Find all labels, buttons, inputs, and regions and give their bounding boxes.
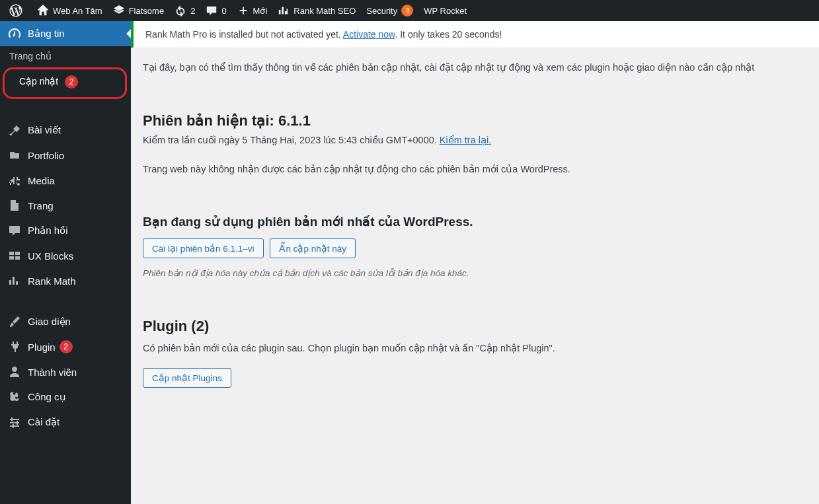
refresh-icon: [175, 5, 186, 17]
separator: [0, 102, 131, 118]
posts-label: Bài viết: [28, 124, 61, 136]
rankmath-label: Rank Math SEO: [293, 6, 356, 16]
main-content: Rank Math Pro is installed but not activ…: [131, 21, 819, 414]
plugins-badge: 2: [59, 340, 73, 353]
last-checked: Kiểm tra lần cuối ngày 5 Tháng Hai, 2023…: [143, 135, 807, 145]
separator: [0, 293, 131, 309]
sidebar-item-plugins[interactable]: Plugin 2: [0, 334, 131, 359]
locale-note: Phiên bản nội địa hóa này chứa cả bản dị…: [143, 268, 807, 278]
notice-pre: Rank Math Pro is installed but not activ…: [145, 29, 343, 40]
rankmath-label: Rank Math: [28, 275, 76, 287]
comment-icon: [8, 224, 21, 237]
tools-label: Công cụ: [28, 391, 66, 403]
wprocket-toolbar[interactable]: WP Rocket: [418, 0, 472, 21]
updates-label: Cập nhật: [19, 76, 58, 87]
security-badge: 3: [401, 5, 413, 17]
users-label: Thành viên: [28, 367, 77, 378]
activate-now-link[interactable]: Activate now: [343, 29, 395, 40]
sidebar-item-settings[interactable]: Cài đặt: [0, 410, 131, 414]
uxblocks-label: UX Blocks: [28, 250, 73, 262]
site-name[interactable]: Web An Tâm: [32, 0, 108, 21]
reinstall-button[interactable]: Cài lại phiên bản 6.1.1–vi: [143, 238, 264, 258]
last-checked-text: Kiểm tra lần cuối ngày 5 Tháng Hai, 2023…: [143, 135, 440, 145]
updates-toolbar[interactable]: 2: [169, 0, 200, 21]
pages-label: Trang: [28, 200, 54, 211]
wp-logo[interactable]: [4, 0, 32, 21]
auto-update-text: Trang web này không nhận được các bản cậ…: [143, 164, 807, 174]
security-toolbar[interactable]: Security 3: [361, 0, 418, 21]
portfolio-icon: [8, 149, 21, 162]
updates-page: Tại đây, bạn có thể tìm thấy thông tin v…: [131, 62, 819, 414]
update-plugins-button[interactable]: Cập nhật Plugins: [143, 368, 231, 388]
sidebar-item-tools[interactable]: Công cụ: [0, 384, 131, 410]
plugins-label: Plugin: [28, 342, 56, 353]
sidebar-item-media[interactable]: Media: [0, 168, 131, 193]
pin-icon: [8, 124, 21, 137]
portfolio-label: Portfolio: [28, 150, 64, 161]
sidebar-sub-updates[interactable]: Cập nhật 2: [10, 71, 125, 93]
admin-sidebar: Bảng tin Trang chủ Cập nhật 2 Bài viết P…: [0, 21, 131, 414]
sidebar-item-pages[interactable]: Trang: [0, 193, 131, 218]
admin-toolbar: Web An Tâm Flatsome 2 0 Mới Rank Math SE…: [0, 0, 819, 21]
sidebar-item-portfolio[interactable]: Portfolio: [0, 143, 131, 168]
plugin-heading: Plugin (2): [143, 318, 807, 335]
sidebar-item-comments[interactable]: Phản hồi: [0, 218, 131, 243]
dashboard-label: Bảng tin: [28, 28, 65, 40]
new-label: Mới: [253, 6, 268, 16]
flatsome-menu[interactable]: Flatsome: [108, 0, 169, 21]
flatsome-label: Flatsome: [129, 6, 164, 16]
media-icon: [8, 174, 21, 187]
plus-icon: [237, 5, 249, 17]
updates-highlight: Cập nhật 2: [3, 67, 127, 99]
rankmath-notice: Rank Math Pro is installed but not activ…: [131, 21, 819, 48]
plugin-text: Có phiên bản mới của các plugin sau. Chọ…: [143, 343, 807, 353]
wordpress-icon: [9, 4, 22, 17]
chart-icon: [278, 5, 290, 17]
wprocket-label: WP Rocket: [424, 6, 467, 16]
home-icon: [37, 5, 49, 17]
check-again-link[interactable]: Kiểm tra lại.: [440, 135, 491, 145]
new-content[interactable]: Mới: [232, 0, 273, 21]
comments-toolbar[interactable]: 0: [200, 0, 231, 21]
chart-icon: [8, 274, 21, 287]
security-label: Security: [366, 6, 397, 16]
sidebar-item-users[interactable]: Thành viên: [0, 359, 131, 384]
media-label: Media: [28, 175, 55, 186]
site-name-text: Web An Tâm: [53, 6, 102, 16]
rankmath-toolbar[interactable]: Rank Math SEO: [272, 0, 361, 21]
latest-version-heading: Bạn đang sử dụng phiên bản mới nhất của …: [143, 214, 807, 229]
wrench-icon: [8, 390, 21, 404]
user-icon: [8, 365, 21, 378]
comments-label: Phản hồi: [28, 225, 68, 236]
sidebar-item-uxblocks[interactable]: UX Blocks: [0, 243, 131, 268]
comment-icon: [206, 5, 217, 17]
sidebar-sub-home[interactable]: Trang chủ: [0, 46, 131, 66]
notice-post: . It only takes 20 seconds!: [395, 29, 502, 40]
appearance-label: Giao diện: [28, 316, 71, 328]
intro-text: Tại đây, bạn có thể tìm thấy thông tin v…: [143, 62, 807, 73]
comments-count: 0: [221, 6, 226, 16]
page-icon: [8, 199, 21, 212]
hide-update-button[interactable]: Ẩn cập nhật này: [270, 238, 356, 258]
brush-icon: [8, 315, 21, 328]
dashboard-icon: [8, 27, 21, 40]
plugin-icon: [8, 340, 21, 353]
sidebar-item-posts[interactable]: Bài viết: [0, 118, 131, 143]
blocks-icon: [8, 249, 21, 262]
current-version-heading: Phiên bản hiện tại: 6.1.1: [143, 112, 807, 129]
reinstall-row: Cài lại phiên bản 6.1.1–vi Ẩn cập nhật n…: [143, 238, 807, 258]
flatsome-icon: [113, 5, 125, 17]
sidebar-item-appearance[interactable]: Giao diện: [0, 309, 131, 334]
sidebar-item-dashboard[interactable]: Bảng tin: [0, 21, 131, 46]
updates-badge: 2: [65, 75, 78, 89]
sidebar-item-rankmath[interactable]: Rank Math: [0, 268, 131, 293]
updates-count: 2: [190, 6, 195, 16]
